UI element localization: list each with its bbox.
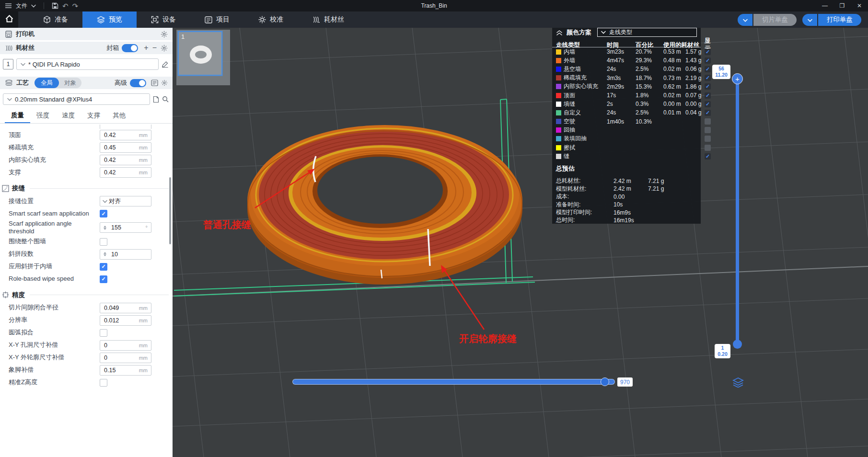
setting-input[interactable]: 0mm [100, 353, 151, 363]
setting-input[interactable]: 0.42mm [100, 155, 151, 165]
setting-dropdown[interactable]: 对齐 [100, 196, 151, 206]
filament-section-header[interactable]: 耗材丝 封箱 + − [0, 42, 173, 54]
setting-input[interactable]: 0.42mm [100, 167, 151, 178]
process-tab-0[interactable]: 质量 [5, 111, 30, 123]
tab-label: 项目 [216, 15, 230, 24]
line-type-visibility-checkbox[interactable]: ✓ [705, 153, 711, 160]
line-type-visibility-checkbox[interactable]: ✓ [705, 57, 711, 64]
layer-slider-track[interactable] [736, 78, 739, 346]
slice-dropdown-button[interactable] [738, 14, 752, 26]
spinner-arrows[interactable] [100, 252, 107, 256]
scope-global-option[interactable]: 全局 [35, 78, 59, 88]
settings-search-icon[interactable] [161, 80, 168, 86]
line-type-visibility-checkbox[interactable]: ✓ [705, 101, 711, 107]
tab-prepare[interactable]: 准备 [29, 11, 82, 28]
edit-filament-icon[interactable] [162, 61, 169, 68]
step-slider-track[interactable] [292, 379, 615, 385]
save-icon[interactable] [52, 2, 58, 9]
hamburger-menu-icon[interactable] [5, 3, 12, 9]
process-tab-4[interactable]: 其他 [106, 111, 132, 123]
setting-input[interactable]: 0.012mm [100, 315, 151, 326]
line-type-length: 0.62 m [663, 83, 685, 90]
setting-label: 分辨率 [9, 316, 100, 324]
line-type-percent: 10.3% [636, 118, 663, 125]
filament-settings-gear-icon[interactable] [161, 45, 168, 52]
plate-thumbnail[interactable]: 1 [178, 31, 222, 76]
collapse-panel-icon[interactable] [556, 30, 563, 35]
close-button[interactable]: ✕ [851, 0, 868, 11]
settings-scrollbar[interactable] [169, 177, 171, 244]
setting-checkbox[interactable]: ✓ [100, 263, 107, 271]
tab-calibrate[interactable]: 校准 [244, 11, 298, 28]
line-type-color-swatch [556, 136, 561, 141]
setting-row: 接缝位置对齐 [9, 195, 173, 207]
setting-input[interactable]: 0.45mm [100, 142, 151, 153]
seal-box-label: 封箱 [106, 44, 119, 52]
setting-input[interactable]: 0.15mm [100, 365, 151, 376]
line-type-visibility-checkbox[interactable]: ✓ [705, 92, 711, 99]
scope-object-option[interactable]: 对象 [59, 79, 81, 87]
search-preset-icon[interactable] [162, 96, 169, 103]
file-menu-chevron-icon[interactable] [31, 4, 36, 8]
torus-model[interactable] [247, 125, 522, 285]
setting-spinner[interactable]: 10 [100, 249, 151, 260]
undo-icon[interactable]: ↶ [62, 2, 69, 10]
seal-box-toggle[interactable] [122, 44, 138, 52]
print-plate-button[interactable]: 打印单盘 [818, 14, 861, 26]
view-type-dropdown[interactable]: 走线类型 [597, 28, 697, 37]
line-type-visibility-checkbox[interactable]: ✓ [705, 66, 711, 72]
settings-list-icon[interactable] [151, 80, 158, 86]
process-preset-select[interactable]: 0.20mm Standard @XPlus4 [3, 93, 150, 105]
compare-preset-icon[interactable] [153, 96, 159, 103]
home-button[interactable] [0, 11, 18, 28]
process-tab-1[interactable]: 强度 [30, 111, 56, 123]
spinner-arrows[interactable] [100, 226, 107, 230]
maximize-button[interactable]: ❐ [833, 0, 851, 11]
setting-checkbox[interactable]: ✓ [100, 275, 107, 283]
line-type-visibility-checkbox[interactable]: ✓ [705, 75, 711, 81]
layer-slider-top-handle[interactable]: + [732, 73, 743, 84]
line-type-visibility-checkbox[interactable] [705, 136, 711, 142]
tab-filamenttab[interactable]: 耗材丝 [298, 11, 359, 28]
layers-view-button[interactable] [731, 377, 745, 390]
step-slider-handle[interactable] [601, 377, 609, 386]
setting-input[interactable]: 0.049mm [100, 303, 151, 313]
line-type-visibility-checkbox[interactable]: ✓ [705, 49, 711, 55]
tab-preview[interactable]: 预览 [82, 11, 137, 28]
line-type-visibility-checkbox[interactable]: ✓ [705, 110, 711, 116]
setting-spinner[interactable]: 155° [100, 222, 151, 233]
tab-device[interactable]: 设备 [137, 11, 190, 28]
process-tab-2[interactable]: 速度 [56, 111, 81, 123]
printer-settings-gear-icon[interactable] [161, 31, 168, 38]
add-filament-button[interactable]: + [142, 44, 150, 52]
remove-filament-button[interactable]: − [150, 44, 159, 52]
line-type-visibility-checkbox[interactable]: ✓ [705, 83, 711, 90]
line-type-visibility-checkbox[interactable] [705, 127, 711, 133]
layer-slider-bottom-tooltip: 1 0.20 [715, 344, 730, 358]
filament-preset-select[interactable]: * QIDI PLA Rapido [16, 58, 159, 70]
line-type-weight: 1.86 g [685, 83, 705, 90]
setting-checkbox[interactable]: ✓ [100, 210, 107, 217]
setting-input[interactable]: 0.42mm [100, 130, 151, 140]
filament-slot-number[interactable]: 1 [3, 59, 13, 69]
setting-checkbox[interactable] [100, 238, 107, 246]
setting-checkbox[interactable] [100, 329, 107, 337]
file-menu[interactable]: 文件 [16, 2, 27, 10]
advanced-toggle[interactable] [130, 79, 146, 87]
line-type-visibility-checkbox[interactable] [705, 145, 711, 151]
print-dropdown-button[interactable] [802, 14, 817, 26]
slice-plate-button[interactable]: 切片单盘 [753, 14, 797, 26]
preview-3d-viewport[interactable]: 普通孔接缝 开启轮廓接缝 1 颜色方案 走线类型 走线类型 时间 百分比 使用的… [173, 28, 868, 457]
tab-project[interactable]: 项目 [190, 11, 244, 28]
line-type-color-swatch [556, 127, 561, 133]
line-type-visibility-checkbox[interactable] [705, 118, 711, 125]
line-type-weight: 0.00 g [685, 101, 705, 107]
minimize-button[interactable]: — [816, 0, 833, 11]
printer-section-header[interactable]: 打印机 [0, 28, 173, 40]
process-section-header[interactable]: 工艺 全局 对象 高级 [0, 77, 173, 89]
redo-icon[interactable]: ↷ [72, 2, 79, 10]
process-tab-3[interactable]: 支撑 [81, 111, 106, 123]
layer-slider-bottom-handle[interactable] [733, 340, 742, 349]
setting-input[interactable]: 0mm [100, 340, 151, 351]
setting-checkbox[interactable] [100, 379, 107, 387]
